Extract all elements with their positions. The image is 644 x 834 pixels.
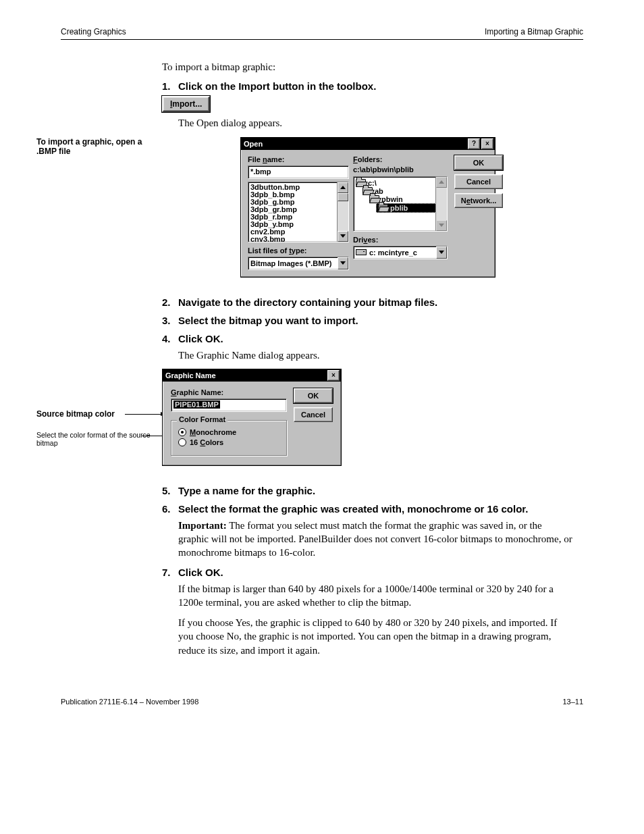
list-type-label: List files of type: [248,246,349,255]
step-4-num: 4. [162,333,178,344]
color-format-group: Color Format Monochrome 16 Colors [171,420,287,456]
ok-button[interactable]: OK [294,388,333,403]
file-list-item[interactable]: 3dpb_r.bmp [250,213,346,221]
file-list-item[interactable]: cnv3.bmp [250,236,346,242]
intro-text: To import a bitmap graphic: [162,60,574,74]
drives-value: c: mcintyre_c [354,246,436,259]
chapter-title: Creating Graphics [61,27,126,36]
list-type-value: Bitmap Images (*.BMP) [248,257,338,269]
file-list-item[interactable]: 3dpb_g.bmp [250,199,346,206]
file-list[interactable]: 3dbutton.bmp 3dpb_b.bmp 3dpb_g.bmp 3dpb_… [248,182,349,242]
folder-tree-scrollbar [435,177,447,231]
file-list-item[interactable]: 3dpb_gr.bmp [250,206,346,213]
network-button[interactable]: Network... [454,193,503,208]
scroll-thumb[interactable] [338,193,348,201]
cancel-button[interactable]: Cancel [454,174,503,189]
chevron-down-icon[interactable] [338,257,348,269]
folder-open-icon [369,195,379,203]
cancel-button[interactable]: Cancel [294,407,333,422]
footer-pub: Publication 2711E-6.14 – November 1998 [61,698,198,706]
step-5-text: Type a name for the graphic. [178,485,315,496]
folder-open-icon [378,204,388,212]
after-step-7b: If you choose Yes, the graphic is clippe… [178,616,574,657]
step-7-text: Click OK. [178,567,223,578]
file-name-input[interactable]: *.bmp [248,165,349,179]
step-6-num: 6. [162,503,178,515]
scroll-down-icon[interactable] [338,231,348,242]
folder-tree-item[interactable]: c:\ [356,179,445,187]
scroll-up-icon[interactable] [338,182,348,193]
step-2-text: Navigate to the directory containing you… [178,296,437,308]
fig2-side-label-2: Select the color format of the source bi… [36,431,153,447]
chevron-down-icon[interactable] [436,246,447,259]
after-step-4: The Graphic Name dialog appears. [178,348,574,362]
after-step-7a: If the bitmap is larger than 640 by 480 … [178,582,574,610]
file-list-item[interactable]: cnv2.bmp [250,228,346,236]
import-button-label: mport... [172,99,202,109]
file-name-label: File name: [248,155,349,163]
footer-page: 13–11 [562,698,583,706]
graphic-name-input[interactable]: PIPE01.BMP [171,398,287,412]
fig1-side-label: To import a graphic, open a .BMP file [36,137,153,156]
radio-monochrome[interactable]: Monochrome [178,428,279,436]
file-list-item[interactable]: 3dpb_y.bmp [250,221,346,228]
chapter-topic: Importing a Bitmap Graphic [485,27,583,36]
scroll-down-icon [436,220,447,231]
callout-arrow [125,414,162,415]
open-dialog: Open ? × File name: *.bmp [240,137,495,278]
close-icon[interactable]: × [327,370,340,381]
step-6-text: Select the format the graphic was create… [178,503,528,515]
ok-button[interactable]: OK [454,155,503,170]
step-1-text: Click on the Import button in the toolbo… [178,80,376,92]
step-7-num: 7. [162,567,178,578]
graphic-name-title: Graphic Name [165,371,216,380]
step-3-text: Select the bitmap you want to import. [178,315,358,326]
help-icon[interactable]: ? [468,138,480,149]
step-2-num: 2. [162,296,178,308]
step-4-text: Click OK. [178,333,223,344]
radio-16-colors[interactable]: 16 Colors [178,438,279,446]
scroll-up-icon [436,177,447,188]
file-list-item[interactable]: 3dpb_b.bmp [250,191,346,199]
folders-path: c:\ab\pbwin\pblib [353,165,448,174]
step-5-num: 5. [162,485,178,496]
color-format-legend: Color Format [177,415,227,423]
graphic-name-dialog: Graphic Name × Graphic Name: PIPE01.BMP … [162,369,342,466]
import-button[interactable]: Import... [162,96,210,112]
radio-icon [178,438,186,446]
drives-label: Drives: [353,236,448,244]
drive-icon [356,249,367,255]
drives-combo[interactable]: c: mcintyre_c [353,246,448,259]
radio-icon [178,428,186,436]
file-list-item[interactable]: 3dbutton.bmp [250,184,346,191]
file-list-scrollbar[interactable] [337,182,348,242]
important-note: Important: The format you select must ma… [178,519,574,560]
step-3-num: 3. [162,315,178,326]
list-type-combo[interactable]: Bitmap Images (*.BMP) [248,257,349,270]
after-step-1: The Open dialog appears. [178,116,574,130]
folders-label: Folders: [353,155,448,163]
close-icon[interactable]: × [481,138,493,149]
graphic-name-label: Graphic Name: [171,388,287,396]
folder-tree-item-selected[interactable]: pblib [376,203,445,213]
open-dialog-title: Open [244,140,263,148]
step-1-num: 1. [162,80,178,92]
folder-tree[interactable]: c:\ ab pbwin pblib [353,176,448,232]
